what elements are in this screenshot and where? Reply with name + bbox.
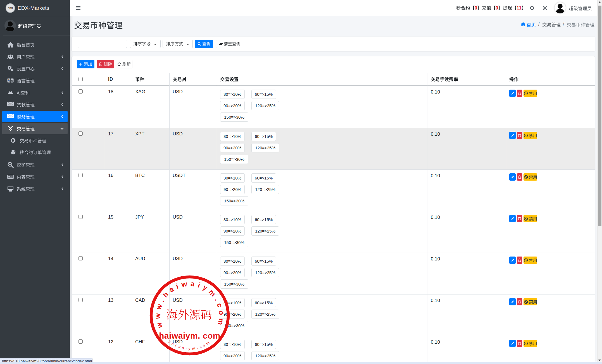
svg-text:0: 0 [10,115,11,117]
svg-text:A: A [8,79,10,82]
svg-text:haiwaiym. com: haiwaiym. com [159,331,220,340]
svg-text:haiwaiym.com: haiwaiym.com [168,339,212,351]
svg-text:0: 0 [10,103,11,105]
